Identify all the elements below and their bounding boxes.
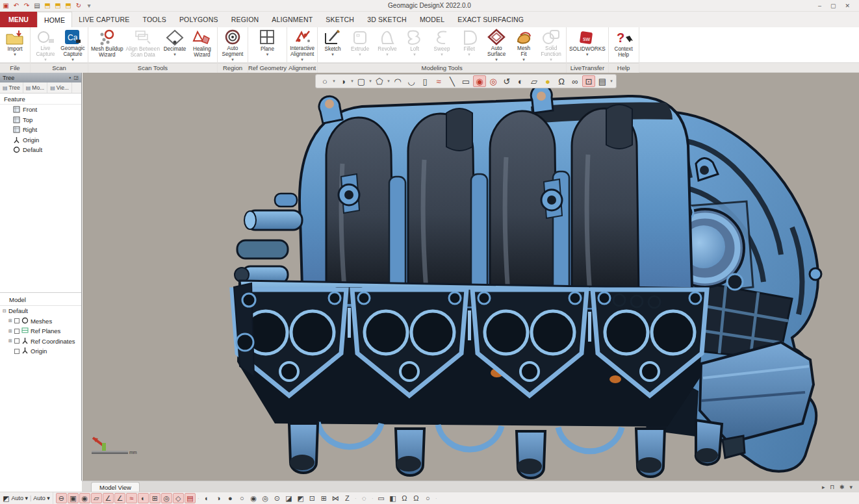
bottom-tool-8[interactable]: ⊞ bbox=[149, 493, 160, 503]
viewport-tool-16[interactable]: Ω bbox=[555, 75, 568, 87]
pin-icon[interactable]: ▪ bbox=[70, 75, 71, 81]
tab-menu[interactable]: MENU bbox=[0, 12, 37, 27]
viewport-tool-19-dropdown[interactable]: ▾ bbox=[609, 79, 613, 84]
ribbon-button-decimate[interactable]: Decimate▾ bbox=[161, 28, 188, 62]
viewport-tool-2-dropdown[interactable]: ▾ bbox=[368, 79, 372, 84]
bottom-tool-14[interactable]: ◑ bbox=[213, 493, 224, 503]
viewport-tool-9[interactable]: ▭ bbox=[459, 75, 472, 87]
checkbox[interactable] bbox=[14, 349, 19, 354]
viewport-tool-17[interactable]: ∞ bbox=[569, 75, 582, 87]
tree-item-right[interactable]: Right bbox=[0, 125, 81, 135]
checkbox[interactable] bbox=[14, 318, 19, 323]
bottom-tool-11[interactable]: ▤ bbox=[185, 493, 196, 503]
tree-item-origin[interactable]: Origin bbox=[0, 135, 81, 145]
minimize-button[interactable]: – bbox=[818, 3, 821, 9]
viewport-tool-11[interactable]: ◎ bbox=[487, 75, 500, 87]
bottom-tool-21[interactable]: ◩ bbox=[295, 493, 306, 503]
viewport-tool-12[interactable]: ↺ bbox=[500, 75, 513, 87]
viewport-tool-8[interactable]: ╲ bbox=[446, 75, 459, 87]
bottom-tool-24[interactable]: ⋈ bbox=[330, 493, 341, 503]
tree-tab-0[interactable]: ▤Tree bbox=[0, 82, 23, 93]
viewport-tool-3-dropdown[interactable]: ▾ bbox=[387, 79, 391, 84]
model-root[interactable]: ⊟ Default bbox=[0, 306, 81, 316]
viewport-tool-19[interactable]: ▤ bbox=[596, 75, 609, 87]
checkbox[interactable] bbox=[14, 329, 19, 334]
bottom-tool-18[interactable]: ◎ bbox=[260, 493, 271, 503]
bottom-tool-31[interactable]: Ω bbox=[399, 493, 410, 503]
bottom-tool-15[interactable]: ● bbox=[225, 493, 236, 503]
tree-tab-2[interactable]: ▤Vie... bbox=[47, 82, 72, 93]
ribbon-button-live-capture[interactable]: LiveCapture▾ bbox=[32, 28, 59, 62]
viewport-tool-1-dropdown[interactable]: ▾ bbox=[350, 79, 354, 84]
bottom-tool-16[interactable]: ○ bbox=[237, 493, 248, 503]
bottom-tool-4[interactable]: ∠ bbox=[103, 493, 114, 503]
tree-item-front[interactable]: Front bbox=[0, 105, 81, 115]
tab-exact-surfacing[interactable]: EXACT SURFACING bbox=[451, 12, 530, 27]
tab-model[interactable]: MODEL bbox=[413, 12, 451, 27]
viewport-tool-0-dropdown[interactable]: ▾ bbox=[332, 79, 336, 84]
pin-icon[interactable]: Π bbox=[830, 484, 834, 490]
tab-sketch[interactable]: SKETCH bbox=[319, 12, 361, 27]
ribbon-button-context-help[interactable]: ?ContextHelp bbox=[610, 28, 637, 62]
model-item-ref-planes[interactable]: ⊞Ref Planes bbox=[0, 326, 81, 336]
bottom-tool-13[interactable]: ◐ bbox=[201, 493, 212, 503]
ribbon-button-healing-wizard[interactable]: HealingWizard bbox=[188, 28, 216, 62]
model-item-meshes[interactable]: ⊞Meshes bbox=[0, 316, 81, 327]
viewport-tool-1[interactable]: ◑ bbox=[337, 75, 350, 87]
tab-model-view[interactable]: Model View bbox=[91, 482, 140, 492]
ribbon-button-extrude[interactable]: Extrude▾ bbox=[346, 28, 374, 62]
filter-auto-2[interactable]: Auto ▾ bbox=[33, 495, 50, 501]
bottom-tool-32[interactable]: Ω bbox=[411, 493, 422, 503]
ribbon-button-revolve[interactable]: Revolve▾ bbox=[374, 28, 401, 62]
ribbon-button-mesh-fit[interactable]: MeshFit▾ bbox=[510, 28, 537, 62]
viewport-tool-6[interactable]: ▯ bbox=[418, 75, 431, 87]
ribbon-button-solidworks[interactable]: swSOLIDWORKS▾ bbox=[568, 28, 607, 62]
tree-item-default[interactable]: Default bbox=[0, 145, 81, 155]
tree-tab-1[interactable]: ▤Mo... bbox=[23, 82, 47, 93]
ribbon-button-loft[interactable]: Loft▾ bbox=[401, 28, 428, 62]
viewport-tool-5[interactable]: ◡ bbox=[405, 75, 418, 87]
bottom-tool-34[interactable]: · bbox=[434, 493, 439, 503]
ribbon-button-mesh-buildup-wizard[interactable]: Mesh BuildupWizard bbox=[90, 28, 125, 62]
ribbon-button-interactive-alignment[interactable]: InteractiveAlignment▾ bbox=[288, 28, 316, 62]
bottom-tool-17[interactable]: ◉ bbox=[248, 493, 259, 503]
viewport-tool-7[interactable]: ≈ bbox=[432, 75, 445, 87]
bottom-tool-7[interactable]: ◐ bbox=[138, 493, 149, 503]
arrow-icon[interactable]: ▾ bbox=[849, 484, 853, 490]
tab-tools[interactable]: TOOLS bbox=[136, 12, 173, 27]
ribbon-button-align-between-scan-data[interactable]: Align BetweenScan Data bbox=[125, 28, 161, 62]
ribbon-button-fillet[interactable]: Fillet▾ bbox=[455, 28, 483, 62]
viewport-tool-3[interactable]: ⬠ bbox=[373, 75, 386, 87]
tab-3d-sketch[interactable]: 3D SKETCH bbox=[361, 12, 413, 27]
tab-home[interactable]: HOME bbox=[37, 12, 72, 27]
viewport-3d[interactable]: ○▾◑▾▢▾⬠▾◠◡▯≈╲▭◉◎↺◐▱●Ω∞⊡▤▾ mm bbox=[83, 73, 859, 481]
play-icon[interactable]: ▸ bbox=[822, 484, 825, 490]
viewport-tool-2[interactable]: ▢ bbox=[355, 75, 368, 87]
bottom-tool-1[interactable]: ▣ bbox=[68, 493, 79, 503]
viewport-tool-0[interactable]: ○ bbox=[318, 75, 331, 87]
bottom-tool-10[interactable]: ◇ bbox=[173, 493, 184, 503]
tab-polygons[interactable]: POLYGONS bbox=[173, 12, 225, 27]
checkbox[interactable] bbox=[14, 338, 19, 344]
bottom-tool-28[interactable]: · bbox=[370, 493, 375, 503]
bottom-tool-19[interactable]: ⊙ bbox=[272, 493, 283, 503]
ribbon-button-auto-segment[interactable]: AutoSegment▾ bbox=[219, 28, 246, 62]
close-button[interactable]: ✕ bbox=[845, 3, 850, 9]
bottom-tool-27[interactable]: ◌ bbox=[359, 493, 370, 503]
bottom-tool-30[interactable]: ◧ bbox=[387, 493, 398, 503]
tree-item-top[interactable]: Top bbox=[0, 115, 81, 125]
bottom-tool-33[interactable]: ○ bbox=[422, 493, 433, 503]
viewport-tool-18[interactable]: ⊡ bbox=[582, 75, 595, 87]
bottom-tool-23[interactable]: ⊞ bbox=[318, 493, 329, 503]
gear-icon[interactable]: ✱ bbox=[840, 484, 845, 490]
bottom-tool-3[interactable]: ▱ bbox=[91, 493, 102, 503]
bottom-tool-26[interactable]: · bbox=[353, 493, 358, 503]
bottom-tool-29[interactable]: ▭ bbox=[376, 493, 387, 503]
model-item-origin[interactable]: Origin bbox=[0, 346, 81, 357]
filter-auto-1[interactable]: Auto ▾ bbox=[11, 495, 28, 501]
tab-live-capture[interactable]: LIVE CAPTURE bbox=[72, 12, 136, 27]
viewport-tool-10[interactable]: ◉ bbox=[473, 75, 486, 87]
selection-filter-icon[interactable]: ◩ bbox=[3, 494, 9, 503]
ribbon-button-auto-surface[interactable]: AutoSurface▾ bbox=[483, 28, 510, 62]
bottom-tool-0[interactable]: ⊖ bbox=[56, 493, 67, 503]
